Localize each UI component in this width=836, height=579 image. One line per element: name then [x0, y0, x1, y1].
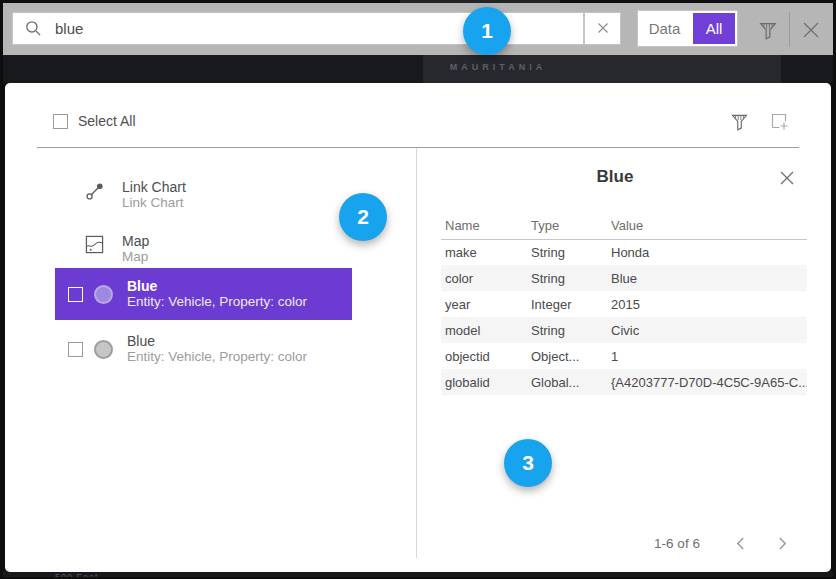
pagination-range: 1-6 of 6	[641, 536, 713, 551]
results-filter-icon[interactable]	[727, 109, 751, 133]
close-search-icon[interactable]	[797, 16, 824, 43]
list-item-link-chart[interactable]: Link Chart Link Chart	[85, 179, 186, 211]
entity-dot-icon	[94, 285, 113, 304]
list-item-subtitle: Link Chart	[122, 195, 186, 211]
col-header-name: Name	[441, 213, 527, 239]
select-all-label: Select All	[78, 113, 136, 129]
clear-search-button[interactable]	[584, 12, 621, 45]
callout-badge-1: 1	[463, 7, 511, 55]
map-landmass	[781, 55, 833, 83]
callout-badge-2: 2	[339, 193, 387, 241]
table-row: model String Civic	[441, 317, 807, 343]
result-row-blue[interactable]: Blue Entity: Vehicle, Property: color	[55, 325, 352, 373]
add-to-selection-icon[interactable]	[768, 110, 790, 132]
table-header-row: Name Type Value	[441, 213, 807, 239]
select-all-checkbox[interactable]	[53, 114, 68, 129]
map-label-mauritania: MAURITANIA	[423, 62, 573, 72]
table-row: objectid Object... 1	[441, 343, 807, 369]
row-checkbox[interactable]	[68, 342, 83, 357]
search-results-panel: Select All Link Chart Link Chart Map	[5, 83, 831, 572]
table-row: make String Honda	[441, 239, 807, 265]
app-window: WESTERN MAURITANIA 500 Feet blue Data Al…	[0, 0, 836, 579]
list-item-title: Map	[122, 233, 149, 249]
filter-icon[interactable]	[756, 18, 780, 42]
column-divider	[416, 148, 417, 558]
callout-badge-3: 3	[504, 439, 552, 487]
col-header-type: Type	[527, 213, 607, 239]
result-title: Blue	[127, 333, 307, 349]
row-checkbox[interactable]	[68, 287, 83, 302]
search-icon	[25, 20, 42, 37]
link-chart-icon	[85, 179, 107, 211]
list-item-subtitle: Map	[122, 249, 149, 265]
result-row-blue-selected[interactable]: Blue Entity: Vehicle, Property: color	[55, 268, 352, 320]
result-title: Blue	[127, 278, 307, 294]
result-subtitle: Entity: Vehicle, Property: color	[127, 349, 307, 365]
map-scale-label: 500 Feet	[55, 572, 99, 577]
toolbar-divider	[789, 12, 790, 47]
table-row: color String Blue	[441, 265, 807, 291]
list-item-map[interactable]: Map Map	[85, 233, 149, 265]
data-all-toggle: Data All	[637, 10, 738, 47]
detail-panel-title: Blue	[425, 167, 805, 187]
search-query-text: blue	[55, 20, 83, 37]
toggle-option-all[interactable]: All	[693, 13, 735, 44]
map-landmass	[3, 55, 423, 83]
search-bar: blue Data All	[3, 3, 833, 55]
detail-close-icon[interactable]	[777, 168, 797, 188]
attributes-table: Name Type Value make String Honda color …	[441, 213, 807, 395]
table-row: year Integer 2015	[441, 291, 807, 317]
list-item-title: Link Chart	[122, 179, 186, 195]
clear-x-icon	[597, 20, 609, 38]
pagination-prev-icon[interactable]	[731, 534, 749, 552]
result-subtitle: Entity: Vehicle, Property: color	[127, 294, 307, 310]
col-header-value: Value	[607, 213, 807, 239]
table-row: globalid Global... {A4203777-D70D-4C5C-9…	[441, 369, 807, 395]
pagination-next-icon[interactable]	[773, 534, 791, 552]
map-icon	[85, 233, 107, 265]
header-divider	[37, 147, 799, 148]
entity-dot-icon	[94, 340, 113, 359]
toggle-option-data[interactable]: Data	[638, 20, 691, 37]
map-background: MAURITANIA	[3, 55, 833, 83]
